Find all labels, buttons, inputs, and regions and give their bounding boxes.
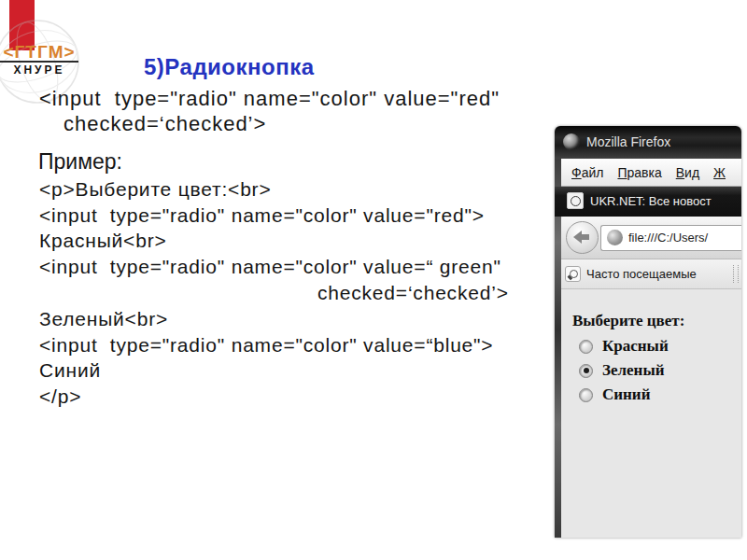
- firefox-icon: [563, 133, 580, 150]
- code-line: <input type="radio" name="color" value="…: [39, 204, 485, 227]
- code-line: <input type="radio" name="color" value=“…: [39, 256, 501, 278]
- menu-edit[interactable]: Правка: [617, 165, 661, 180]
- code-line: Зеленый<br>: [39, 308, 168, 330]
- menu-file[interactable]: Файл: [571, 165, 603, 180]
- ukrnet-favicon-icon: [567, 192, 584, 209]
- content-heading: Выберите цвет:: [572, 312, 684, 330]
- tab-title: UKR.NET: Все новост: [590, 187, 712, 217]
- code-line: <input type="radio" name="color" value="…: [39, 87, 500, 111]
- page-title: 5)Радиокнопка: [144, 54, 315, 80]
- menu-bar: Файл Правка Вид Ж: [561, 159, 741, 187]
- code-line: Синий: [39, 359, 101, 382]
- code-line: <p>Выберите цвет:<br>: [39, 178, 271, 201]
- window-title: Mozilla Firefox: [586, 126, 670, 159]
- tab-bar: UKR.NET: Все новост: [555, 187, 741, 217]
- code-line: checked=‘checked’>: [317, 282, 509, 304]
- radio-option-green[interactable]: Зеленый: [579, 362, 664, 379]
- logo-org: ХНУРЕ: [0, 63, 78, 77]
- bookmarks-separator: [733, 265, 739, 283]
- radio-button[interactable]: [579, 364, 593, 378]
- menu-history[interactable]: Ж: [713, 165, 726, 180]
- radio-button[interactable]: [579, 388, 593, 402]
- radio-option-blue[interactable]: Синий: [579, 386, 650, 403]
- logo-divider: [0, 61, 78, 63]
- site-globe-icon: [607, 230, 623, 245]
- frequent-pages-icon: [565, 266, 581, 282]
- radio-option-red[interactable]: Красный: [579, 338, 669, 355]
- window-titlebar[interactable]: Mozilla Firefox: [555, 126, 741, 159]
- radio-label: Синий: [602, 386, 650, 403]
- menu-view[interactable]: Вид: [676, 165, 699, 180]
- address-bar[interactable]: file:///C:/Users/: [600, 225, 741, 251]
- radio-label: Зеленый: [602, 362, 664, 379]
- code-line: checked=‘checked’>: [63, 112, 266, 136]
- radio-label: Красный: [602, 338, 669, 355]
- code-line: </p>: [39, 385, 81, 408]
- page-content: Выберите цвет: Красный Зеленый Синий: [561, 289, 741, 538]
- logo-brand: <ГТГМ>: [0, 42, 78, 63]
- code-line: <input type="radio" name="color" value=“…: [39, 334, 493, 357]
- bookmarks-item[interactable]: Часто посещаемые: [586, 259, 697, 288]
- navigation-bar: file:///C:/Users/: [561, 217, 741, 259]
- example-label: Пример:: [38, 149, 122, 175]
- url-text: file:///C:/Users/: [628, 226, 708, 250]
- slide-canvas: <ГТГМ> ХНУРЕ 5)Радиокнопка <input type="…: [0, 0, 747, 560]
- radio-button[interactable]: [579, 340, 593, 354]
- bookmarks-bar: Часто посещаемые: [561, 259, 741, 289]
- back-button[interactable]: [566, 221, 599, 254]
- firefox-window: Mozilla Firefox Файл Правка Вид Ж UKR.NE…: [555, 126, 741, 538]
- code-line: Красный<br>: [39, 230, 167, 252]
